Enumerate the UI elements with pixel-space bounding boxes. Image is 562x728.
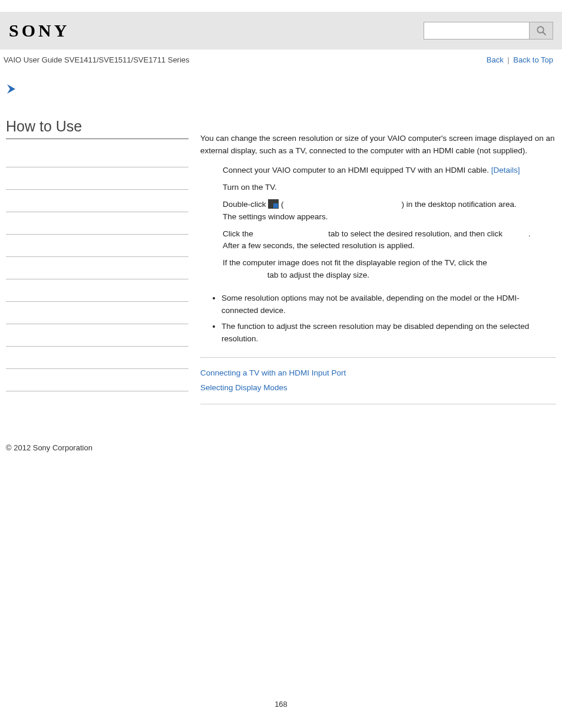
back-link[interactable]: Back: [487, 55, 504, 64]
step-4-c: .: [528, 229, 531, 238]
step-3-c: ) in the desktop notification area.: [402, 200, 517, 209]
sidebar-item[interactable]: [6, 369, 189, 391]
steps-list: Connect your VAIO computer to an HDMI eq…: [200, 164, 556, 282]
search-input[interactable]: [424, 22, 530, 39]
step-3-sub: The settings window appears.: [223, 211, 556, 223]
sidebar-item[interactable]: [6, 347, 189, 369]
step-2: Turn on the TV.: [223, 182, 556, 194]
intro-text: You can change the screen resolution or …: [200, 133, 556, 157]
note-item: Some resolution options may not be avail…: [222, 292, 556, 317]
related-link[interactable]: Connecting a TV with an HDMI Input Port: [200, 367, 556, 380]
sub-header: VAIO User Guide SVE1411/SVE1511/SVE1711 …: [0, 50, 562, 68]
copyright-footer: © 2012 Sony Corporation: [0, 414, 562, 464]
step-1-text: Connect your VAIO computer to an HDMI eq…: [223, 166, 491, 174]
back-to-top-link[interactable]: Back to Top: [513, 55, 553, 64]
step-5-b: tab to adjust the display size.: [265, 271, 369, 279]
sidebar-item[interactable]: [6, 145, 189, 167]
sidebar-item[interactable]: [6, 279, 189, 302]
divider: [200, 404, 556, 404]
divider: [200, 357, 556, 358]
svg-line-1: [543, 32, 546, 35]
step-3: Double-click () in the desktop notificat…: [223, 199, 556, 223]
sidebar-heading: How to Use: [6, 118, 189, 139]
step-4: Click the tab to select the desired reso…: [223, 228, 556, 253]
related-links: Connecting a TV with an HDMI Input Port …: [200, 367, 556, 394]
step-5: If the computer image does not fit the d…: [223, 257, 556, 282]
tray-program-icon: [268, 199, 279, 209]
breadcrumb-arrow[interactable]: [0, 68, 562, 103]
main-content: You can change the screen resolution or …: [200, 103, 556, 414]
step-5-a: If the computer image does not fit the d…: [223, 258, 487, 267]
sidebar-item[interactable]: [6, 190, 189, 212]
sidebar-item[interactable]: [6, 302, 189, 324]
step-3-b: (: [279, 200, 283, 209]
sidebar-item[interactable]: [6, 235, 189, 257]
sidebar-item[interactable]: [6, 167, 189, 190]
chevron-right-icon: [5, 83, 22, 95]
sidebar-item[interactable]: [6, 257, 189, 279]
step-4-b: tab to select the desired resolution, an…: [326, 229, 505, 238]
page-number: 168: [0, 464, 562, 720]
nav-links: Back | Back to Top: [487, 55, 553, 64]
step-1: Connect your VAIO computer to an HDMI eq…: [223, 164, 556, 177]
sony-logo: SONY: [9, 21, 70, 41]
sidebar-item[interactable]: [6, 324, 189, 347]
header-bar: SONY: [0, 12, 562, 50]
sidebar-item[interactable]: [6, 212, 189, 235]
search-group: [424, 22, 553, 39]
notes-list: Some resolution options may not be avail…: [211, 292, 556, 345]
search-button[interactable]: [530, 22, 553, 39]
sidebar-rows: [6, 145, 189, 391]
guide-title: VAIO User Guide SVE1411/SVE1511/SVE1711 …: [4, 55, 190, 64]
details-link[interactable]: [Details]: [491, 166, 520, 174]
related-link[interactable]: Selecting Display Modes: [200, 382, 556, 394]
note-item: The function to adjust the screen resolu…: [222, 321, 556, 345]
step-4-sub: After a few seconds, the selected resolu…: [223, 240, 556, 252]
sidebar: How to Use: [6, 103, 189, 414]
step-4-a: Click the: [223, 229, 256, 238]
svg-point-0: [537, 27, 544, 33]
nav-separator: |: [507, 55, 509, 64]
step-3-a: Double-click: [223, 200, 268, 209]
search-icon: [536, 25, 547, 36]
